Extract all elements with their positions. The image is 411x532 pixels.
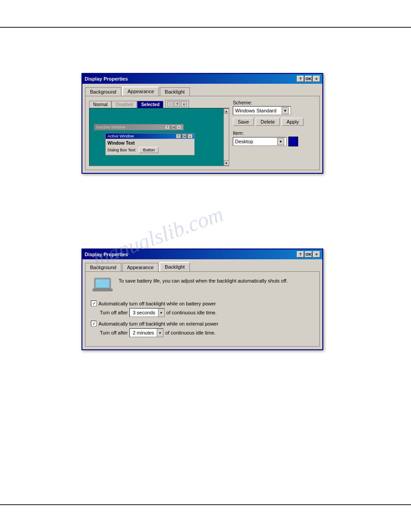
dialog1-body: Background Appearance Backlight Normal D… [82,84,322,173]
preview-tab-strip: Normal Disabled Selected □ ? × [89,100,229,108]
svg-rect-1 [95,279,110,288]
external-section: ✓ Automatically turn off backlight while… [91,321,314,337]
dialog2-titlebar-controls: ? OK × [297,251,320,257]
dialog1-ok-btn[interactable]: OK [305,76,312,82]
preview-active-window: Active Window ? OK × Window Text [105,133,195,155]
laptop-svg [91,277,114,295]
preview-tab-selected[interactable]: Selected [137,101,163,108]
preview-scrollbar: ▲ ▼ [223,108,229,166]
preview-area: Inactive Window ? OK × [89,108,229,166]
dialog1-help-btn[interactable]: ? [297,76,304,82]
dialog1-titlebar-controls: ? OK × [297,76,320,82]
dialog2-tabs-row: Background Appearance Backlight [85,262,320,271]
scroll-up-btn[interactable]: ▲ [224,108,229,114]
external-turnoff-row: Turn off after 2 minutes ▼ of continuous… [100,328,314,337]
battery-turnoff-row: Turn off after 3 seconds ▼ of continuous… [100,308,314,317]
preview-active-help-btn[interactable]: ? [176,134,181,138]
top-rule [0,27,411,28]
preview-inactive-help-btn[interactable]: ? [165,125,170,129]
external-time-value: 2 minutes [130,330,157,336]
dialog2-tab-backlight[interactable]: Backlight [159,262,190,271]
dialog-appearance: Display Properties ? OK × Background App… [81,73,323,174]
laptop-icon [91,277,114,295]
battery-checkbox[interactable]: ✓ [91,300,97,306]
dialog1-tabs-row: Background Appearance Backlight [85,86,320,96]
preview-new-icon[interactable]: □ [167,101,173,107]
external-checkbox-label: Automatically turn off backlight while o… [98,321,218,326]
item-dropdown-btn[interactable]: ▼ [277,138,284,145]
external-turnoff-label: Turn off after [100,330,128,335]
scheme-action-btns: Save Delete Apply [233,118,316,126]
tab-background[interactable]: Background [85,87,121,96]
preview-active-title-btns: ? OK × [176,134,193,138]
preview-help-btn[interactable]: ? [174,101,180,107]
battery-checkmark: ✓ [92,301,96,306]
battery-time-dropdown-btn[interactable]: ▼ [158,309,164,317]
dialog1-left-panel: Normal Disabled Selected □ ? × [89,100,229,166]
preview-active-body: Window Text Dialog Box Text Button [106,139,194,155]
item-value: Desktop [235,139,253,144]
preview-inactive-close-btn[interactable]: × [176,125,181,129]
dialog2-ok-btn[interactable]: OK [305,251,312,257]
preview-active-title-text: Active Window [107,134,134,138]
dialog2-close-btn[interactable]: × [313,251,320,257]
preview-close-btn[interactable]: × [181,101,187,107]
preview-inactive-ok-btn[interactable]: OK [171,125,176,129]
scheme-select-row: Windows Standard ▼ [233,106,316,115]
preview-window-text: Window Text [107,141,193,146]
preview-dialog-row: Dialog Box Text Button [107,147,193,153]
item-color-swatch[interactable] [288,137,298,146]
dialog2-tab-content: To save battery life, you can adjust whe… [85,271,320,347]
page-wrapper: manualslib.com Display Properties ? OK ×… [0,0,411,532]
preview-active-title: Active Window ? OK × [106,133,194,139]
scheme-label: Scheme: [233,100,316,105]
backlight-content: To save battery life, you can adjust whe… [89,275,316,343]
apply-button[interactable]: Apply [282,118,304,126]
delete-button[interactable]: Delete [256,118,280,126]
external-time-dropdown-btn[interactable]: ▼ [157,329,163,337]
save-button[interactable]: Save [233,118,254,126]
external-checkbox[interactable]: ✓ [91,321,97,326]
dialog-backlight: Display Properties ? OK × Background App… [81,249,323,350]
dialog1-content-area: Normal Disabled Selected □ ? × [89,100,316,166]
scheme-dropdown-btn[interactable]: ▼ [282,107,289,114]
battery-section: ✓ Automatically turn off backlight while… [91,300,314,317]
preview-tab-controls: □ ? × [165,100,189,108]
scroll-down-btn[interactable]: ▼ [224,160,229,166]
dialog1-titlebar: Display Properties ? OK × [82,74,322,84]
dialog1-right-panel: Scheme: Windows Standard ▼ Save Delete A… [233,100,316,166]
dialog2-titlebar: Display Properties ? OK × [82,249,322,259]
tab-backlight[interactable]: Backlight [160,87,190,96]
dialog2-body: Background Appearance Backlight [82,259,322,349]
battery-checkbox-label: Automatically turn off backlight while o… [98,301,216,306]
preview-active-close-btn[interactable]: × [188,134,193,138]
scheme-select[interactable]: Windows Standard ▼ [233,106,291,115]
dialog2-tab-background[interactable]: Background [85,263,121,271]
scheme-value: Windows Standard [235,108,276,113]
external-time-select[interactable]: 2 minutes ▼ [129,328,163,337]
dialog1-tab-content: Normal Disabled Selected □ ? × [85,96,320,170]
battery-checkbox-row: ✓ Automatically turn off backlight while… [91,300,314,306]
tab-appearance[interactable]: Appearance [122,86,159,96]
dialog2-tab-appearance[interactable]: Appearance [122,263,158,271]
dialog2-title: Display Properties [85,252,128,257]
preview-tab-disabled[interactable]: Disabled [111,101,137,108]
intro-text: To save battery life, you can adjust whe… [119,277,288,285]
preview-inactive-title: Inactive Window ? OK × [94,124,183,130]
external-checkbox-row: ✓ Automatically turn off backlight while… [91,321,314,326]
preview-inactive-title-btns: ? OK × [165,125,181,129]
item-select[interactable]: Desktop ▼ [233,137,287,146]
item-label: Item: [233,130,316,136]
battery-time-select[interactable]: 3 seconds ▼ [129,308,164,317]
dialog2-help-btn[interactable]: ? [297,251,304,257]
preview-active-ok-btn[interactable]: OK [182,134,187,138]
battery-idle-label: of continuous idle time. [167,310,217,315]
preview-inactive-window: Inactive Window ? OK × [94,124,184,130]
battery-turnoff-label: Turn off after [100,310,128,315]
preview-tab-normal[interactable]: Normal [89,101,111,108]
dialog1-close-btn[interactable]: × [313,76,320,82]
bottom-rule [0,504,411,505]
backlight-intro: To save battery life, you can adjust whe… [91,277,314,295]
preview-button[interactable]: Button [139,147,158,153]
item-row: Desktop ▼ [233,137,316,146]
